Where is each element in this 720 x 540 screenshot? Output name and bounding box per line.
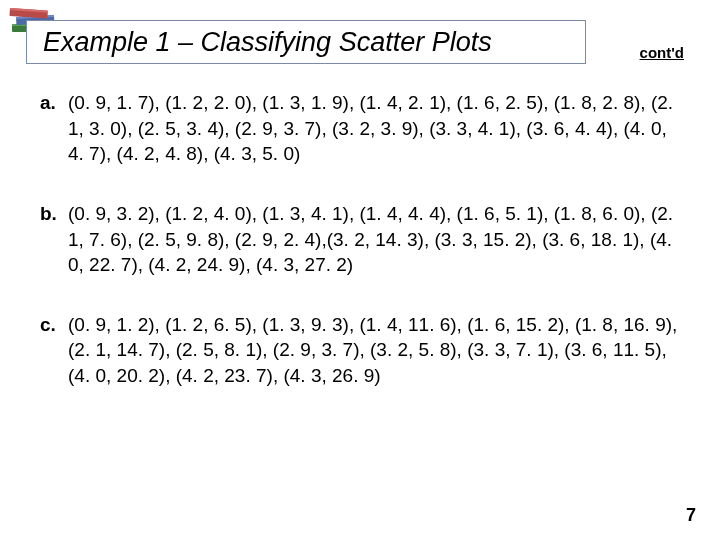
item-body-b: (0. 9, 3. 2), (1. 2, 4. 0), (1. 3, 4. 1)… (68, 201, 680, 278)
item-label-a: a. (40, 90, 68, 167)
header: Example 1 – Classifying Scatter Plots co… (0, 10, 720, 66)
list-item: a. (0. 9, 1. 7), (1. 2, 2. 0), (1. 3, 1.… (40, 90, 680, 167)
item-label-c: c. (40, 312, 68, 389)
page-number: 7 (686, 505, 696, 526)
continued-label: cont'd (640, 44, 684, 61)
title-bar: Example 1 – Classifying Scatter Plots (26, 20, 586, 64)
content: a. (0. 9, 1. 7), (1. 2, 2. 0), (1. 3, 1.… (0, 66, 720, 389)
list-item: b. (0. 9, 3. 2), (1. 2, 4. 0), (1. 3, 4.… (40, 201, 680, 278)
list-item: c. (0. 9, 1. 2), (1. 2, 6. 5), (1. 3, 9.… (40, 312, 680, 389)
item-body-a: (0. 9, 1. 7), (1. 2, 2. 0), (1. 3, 1. 9)… (68, 90, 680, 167)
item-label-b: b. (40, 201, 68, 278)
page-title: Example 1 – Classifying Scatter Plots (43, 27, 492, 58)
item-body-c: (0. 9, 1. 2), (1. 2, 6. 5), (1. 3, 9. 3)… (68, 312, 680, 389)
